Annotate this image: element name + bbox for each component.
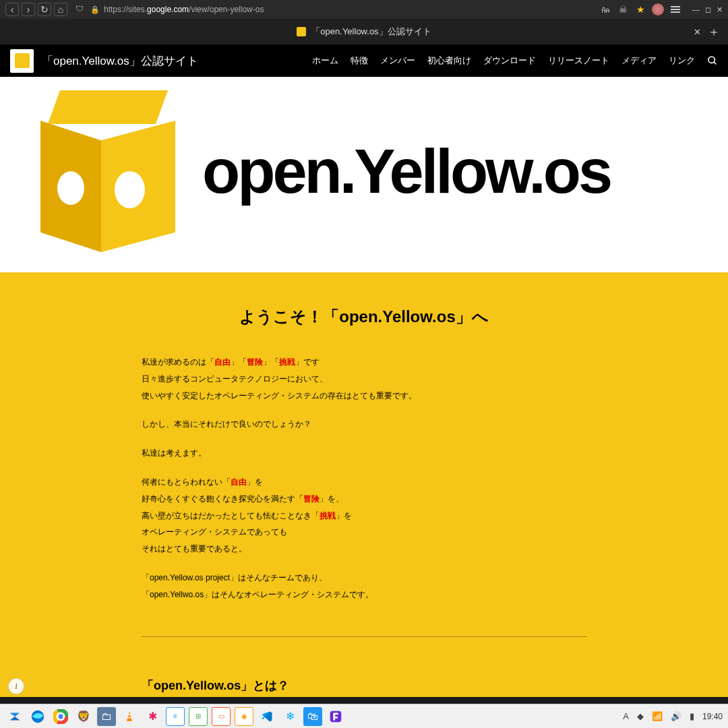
- svg-point-0: [708, 57, 715, 63]
- hero-brand-text: open.Yellow.os: [202, 136, 610, 207]
- nav-link-media[interactable]: メディア: [621, 55, 657, 67]
- nav-link-beginners[interactable]: 初心者向け: [427, 55, 471, 67]
- translate-icon[interactable]: 🗛: [599, 3, 611, 16]
- floorp-icon[interactable]: [326, 707, 345, 726]
- browser-tab[interactable]: 「open.Yellow.os」公認サイト: [297, 26, 431, 38]
- volume-icon[interactable]: 🔊: [671, 711, 681, 721]
- svg-marker-11: [127, 711, 132, 721]
- profile-avatar-icon[interactable]: [652, 3, 664, 16]
- app-icon-4[interactable]: ❄: [280, 707, 299, 726]
- extension-icon[interactable]: ☠: [617, 3, 629, 16]
- clock[interactable]: 19:40: [702, 712, 723, 721]
- tab-bar: 「open.Yellow.os」公認サイト ✕ ＋: [0, 19, 728, 44]
- nav-link-home[interactable]: ホーム: [312, 55, 338, 67]
- back-button[interactable]: ‹: [5, 3, 19, 16]
- welcome-body: 私達が求めるのは「自由」「冒険」「挑戦」です 日々進歩するコンピュータテクノロジ…: [142, 355, 586, 603]
- tab-favicon-icon: [297, 27, 306, 36]
- url-bar[interactable]: 🛡 🔒 https://sites.google.com/view/open-y…: [75, 4, 597, 15]
- svg-line-1: [714, 62, 716, 64]
- site-logo-icon[interactable]: [10, 49, 34, 73]
- shield-icon: 🛡: [75, 4, 86, 15]
- tab-close-icon[interactable]: ✕: [694, 27, 701, 37]
- browser-toolbar: ‹ › ↻ ⌂ 🛡 🔒 https://sites.google.com/vie…: [0, 0, 728, 19]
- window-close-icon[interactable]: ✕: [717, 5, 723, 14]
- info-badge-icon[interactable]: i: [8, 678, 24, 694]
- lang-indicator[interactable]: A: [623, 711, 629, 721]
- svg-marker-3: [10, 717, 20, 721]
- network-icon[interactable]: 📶: [652, 711, 663, 721]
- app-icon-3[interactable]: ◉: [235, 707, 253, 726]
- taskbar: 🦁 🗀 ✱ ≡ ⊞ ▭ ◉ ❄ 🛍 A ◆ 📶 🔊 ▮ 19:40: [0, 704, 728, 728]
- search-icon[interactable]: [707, 55, 718, 66]
- app-icon-1[interactable]: 🦁: [74, 707, 93, 726]
- nav-link-download[interactable]: ダウンロード: [483, 55, 536, 67]
- nav-link-features[interactable]: 特徴: [351, 55, 368, 67]
- app-icon-2[interactable]: ✱: [143, 707, 162, 726]
- nav-link-release-notes[interactable]: リリースノート: [548, 55, 609, 67]
- window-minimize-icon[interactable]: —: [692, 5, 700, 14]
- svg-rect-13: [127, 717, 132, 718]
- nav-link-links[interactable]: リンク: [669, 55, 695, 67]
- svg-point-9: [58, 714, 63, 719]
- welcome-section: ようこそ！「open.Yellow.os」へ 私達が求めるのは「自由」「冒険」「…: [0, 272, 728, 650]
- page-content[interactable]: open.Yellow.os ようこそ！「open.Yellow.os」へ 私達…: [0, 77, 728, 697]
- edge-icon[interactable]: [28, 707, 47, 726]
- url-text: https://sites.google.com/view/open-yello…: [104, 5, 264, 14]
- nav-links: ホーム 特徴 メンバー 初心者向け ダウンロード リリースノート メディア リン…: [312, 55, 718, 67]
- files-icon[interactable]: 🗀: [97, 707, 116, 726]
- site-title: 「open.Yellow.os」公認サイト: [42, 53, 198, 69]
- vlc-icon[interactable]: [120, 707, 139, 726]
- about-title: 「open.Yellow.os」とは？: [142, 677, 586, 694]
- home-button[interactable]: ⌂: [54, 3, 67, 16]
- hero-logo-icon: [40, 90, 175, 252]
- forward-button[interactable]: ›: [22, 3, 35, 16]
- impress-icon[interactable]: ▭: [212, 707, 231, 726]
- hero-banner: open.Yellow.os: [0, 77, 728, 272]
- svg-rect-12: [128, 714, 131, 715]
- tray-shield-icon[interactable]: ◆: [637, 711, 644, 721]
- new-tab-button[interactable]: ＋: [708, 24, 720, 40]
- site-nav: 「open.Yellow.os」公認サイト ホーム 特徴 メンバー 初心者向け …: [0, 44, 728, 77]
- svg-marker-2: [10, 712, 20, 717]
- tab-title: 「open.Yellow.os」公認サイト: [311, 26, 431, 38]
- vscode-icon[interactable]: [257, 707, 276, 726]
- divider: [142, 636, 586, 637]
- zorin-menu-icon[interactable]: [5, 707, 24, 726]
- battery-icon[interactable]: ▮: [690, 711, 694, 721]
- menu-burger-icon[interactable]: [669, 3, 681, 16]
- bookmark-star-icon[interactable]: ★: [634, 3, 646, 16]
- nav-link-members[interactable]: メンバー: [380, 55, 415, 67]
- chrome-icon[interactable]: [51, 707, 70, 726]
- writer-icon[interactable]: ≡: [166, 707, 185, 726]
- window-maximize-icon[interactable]: ◻: [705, 5, 711, 14]
- about-section: 「open.Yellow.os」とは？ 「open.Yellow.os」を発足し…: [0, 650, 728, 697]
- welcome-title: ようこそ！「open.Yellow.os」へ: [0, 306, 728, 328]
- lock-icon: 🔒: [90, 5, 100, 14]
- reload-button[interactable]: ↻: [38, 3, 51, 16]
- calc-icon[interactable]: ⊞: [189, 707, 208, 726]
- store-icon[interactable]: 🛍: [303, 707, 322, 726]
